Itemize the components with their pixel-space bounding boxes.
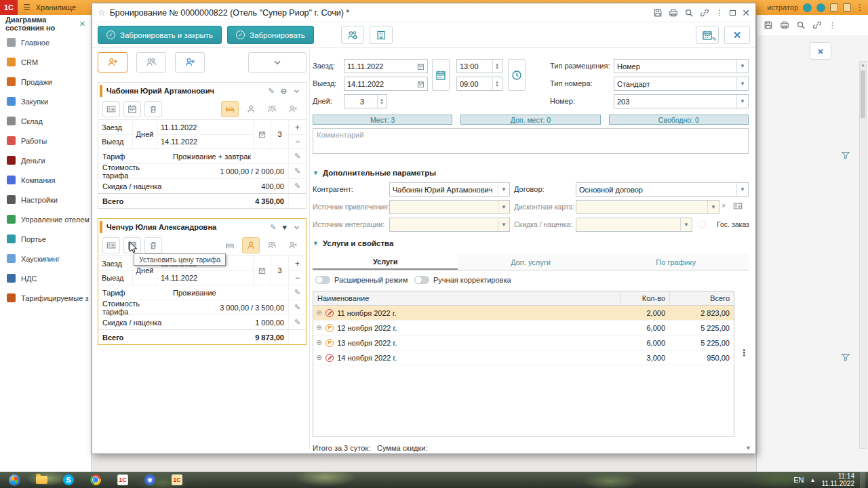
column-qty[interactable]: Кол-во xyxy=(620,291,669,305)
chevron-down-icon[interactable]: ▼ xyxy=(498,183,509,196)
filter-funnel-icon[interactable] xyxy=(841,150,850,160)
checkout-date-input[interactable]: 14.11.2022 xyxy=(344,77,428,91)
add-group-button[interactable] xyxy=(136,52,166,73)
chevron-down-icon[interactable]: ▼ xyxy=(498,218,509,231)
language-indicator[interactable]: EN xyxy=(793,476,804,484)
guest-list-dropdown-button[interactable] xyxy=(248,52,307,73)
link-icon[interactable] xyxy=(700,8,709,18)
status-circle-icon[interactable]: ⊖ xyxy=(281,87,287,96)
add-guest-button[interactable] xyxy=(98,52,127,73)
sidebar-item-works[interactable]: Работы xyxy=(0,131,91,150)
room-type-select[interactable]: Стандарт▼ xyxy=(614,77,749,91)
contractor-select[interactable]: Чабонян Юрий Артамонович▼ xyxy=(389,182,510,197)
taskbar-1c-button[interactable]: 1С xyxy=(111,472,134,487)
contract-select[interactable]: Основной договор▼ xyxy=(576,182,749,197)
calendar-icon[interactable] xyxy=(417,63,425,70)
expanded-mode-toggle[interactable] xyxy=(315,276,330,284)
sidebar-item-purchases[interactable]: Закупки xyxy=(0,92,91,111)
sidebar-item-company[interactable]: Компания xyxy=(0,170,91,190)
sidebar-item-vat[interactable]: НДС xyxy=(0,268,91,288)
scroll-down-icon[interactable]: ▼ xyxy=(745,445,751,451)
window-close-icon[interactable]: ✕ xyxy=(742,7,750,18)
close-form-button[interactable]: ✕ xyxy=(724,26,750,44)
placement-type-select[interactable]: Номер▼ xyxy=(614,59,749,73)
discount-card-select[interactable]: ▼ xyxy=(576,200,719,214)
scroll-up-icon[interactable]: ▲ xyxy=(860,62,866,67)
edit-pencil-icon[interactable]: ✎ xyxy=(288,300,306,314)
sidebar-item-sales[interactable]: Продажи xyxy=(0,72,91,92)
no-guest-toggle[interactable] xyxy=(284,101,302,117)
favorite-heart-icon[interactable]: ♥ xyxy=(282,223,287,231)
edit-pencil-icon[interactable]: ✎ xyxy=(288,149,306,163)
service-row[interactable]: ⊕13 ноября 2022 г. 6,000 5 225,00 xyxy=(313,336,734,350)
days-input[interactable]: 3▲▼ xyxy=(344,94,387,108)
expand-icon[interactable]: ⊕ xyxy=(316,323,322,332)
chevron-down-icon[interactable]: ▼ xyxy=(736,60,748,73)
spinner-arrows[interactable]: ▲▼ xyxy=(492,60,499,73)
book-button[interactable]: ✓ Забронировать xyxy=(227,26,314,44)
drag-handle-dots-icon[interactable]: ⋮ xyxy=(740,348,749,358)
checkout-time-input[interactable]: 09:00▲▼ xyxy=(456,77,502,91)
start-button[interactable] xyxy=(3,472,26,487)
guest-days-value[interactable]: 3 xyxy=(271,256,288,285)
edit-pencil-icon[interactable]: ✎ xyxy=(269,87,275,96)
taskbar-clock[interactable]: 11:14 11.11.2022 xyxy=(821,472,854,487)
room-chess-button[interactable] xyxy=(370,26,393,44)
sidebar-item-money[interactable]: Деньги xyxy=(0,150,91,170)
service-row[interactable]: ⊕14 ноября 2022 г. 3,000 950,00 xyxy=(313,350,734,365)
secondary-close-button[interactable]: × xyxy=(810,42,831,60)
tab-extra-services[interactable]: Доп. услуги xyxy=(458,254,603,270)
date-picker-button[interactable] xyxy=(253,256,271,285)
expand-icon[interactable]: ⊕ xyxy=(316,338,322,347)
discussions-icon[interactable] xyxy=(816,3,825,12)
sidebar-item-tariffs[interactable]: Тарифицируемые з xyxy=(0,288,91,308)
chevron-down-icon[interactable]: ▼ xyxy=(498,201,509,214)
delete-guest-button[interactable] xyxy=(144,237,162,253)
taskbar-explorer-button[interactable] xyxy=(30,472,53,487)
chevron-down-icon[interactable]: ▼ xyxy=(736,77,748,90)
chevron-down-icon[interactable]: ▼ xyxy=(736,183,748,196)
guests-management-button[interactable] xyxy=(341,26,364,44)
filter-funnel-icon[interactable] xyxy=(841,352,850,362)
group-guest-toggle[interactable] xyxy=(263,101,281,117)
comment-input[interactable] xyxy=(313,128,749,154)
edit-pencil-icon[interactable]: ✎ xyxy=(288,179,306,193)
guest-days-value[interactable]: 3 xyxy=(271,120,288,148)
column-name[interactable]: Наименование xyxy=(313,291,620,305)
main-menu-icon[interactable]: ☰ xyxy=(23,3,31,12)
print-icon[interactable] xyxy=(669,8,678,18)
attraction-source-select[interactable]: ▼ xyxy=(389,200,510,214)
edit-pencil-icon[interactable]: ✎ xyxy=(288,315,306,329)
guest-card-header[interactable]: Чепчур Юлия Александровна ✎ ♥ xyxy=(98,219,306,235)
time-picker-button[interactable] xyxy=(508,59,526,91)
integration-source-select[interactable]: ▼ xyxy=(389,218,510,232)
guest-idcard-button[interactable] xyxy=(102,237,120,253)
guest-discount[interactable]: 1 000,00 xyxy=(169,315,288,329)
sidebar-item-housekeeping[interactable]: Хаускипинг xyxy=(0,249,91,268)
search-icon[interactable] xyxy=(684,8,694,18)
save-icon[interactable] xyxy=(653,8,663,18)
edit-pencil-icon[interactable]: ✎ xyxy=(288,285,306,300)
service-row[interactable]: ⊕11 ноября 2022 г. 2,000 2 823,00 xyxy=(313,306,734,321)
services-section[interactable]: ▼ Услуги и свойства xyxy=(313,239,393,247)
favorite-star-icon[interactable]: ☆ xyxy=(98,7,106,18)
tab-by-schedule[interactable]: По графику xyxy=(604,254,749,270)
days-plus-button[interactable]: + xyxy=(288,120,306,134)
sidebar-item-warehouse[interactable]: Склад xyxy=(0,111,91,131)
spinner-arrows[interactable]: ▲▼ xyxy=(377,95,384,108)
sidebar-item-home[interactable]: Главное xyxy=(0,33,91,52)
expand-icon[interactable]: ⊕ xyxy=(316,308,322,317)
card-reader-button[interactable] xyxy=(733,201,743,211)
main-guest-toggle[interactable] xyxy=(221,237,239,253)
more-icon[interactable]: ⋮ xyxy=(715,8,724,18)
date-picker-button[interactable] xyxy=(253,120,271,148)
delete-guest-button[interactable] xyxy=(144,101,162,117)
more-icon[interactable]: ⋮ xyxy=(856,3,864,12)
collapse-chevron-icon[interactable] xyxy=(293,87,300,95)
book-and-close-button[interactable]: ✓ Забронировать и закрыть xyxy=(98,26,222,44)
clear-field-icon[interactable]: × xyxy=(722,201,726,209)
expand-icon[interactable]: ⊕ xyxy=(316,353,322,362)
save-icon[interactable] xyxy=(764,20,773,30)
history-icon[interactable] xyxy=(843,3,851,12)
days-minus-button[interactable]: − xyxy=(288,270,306,285)
